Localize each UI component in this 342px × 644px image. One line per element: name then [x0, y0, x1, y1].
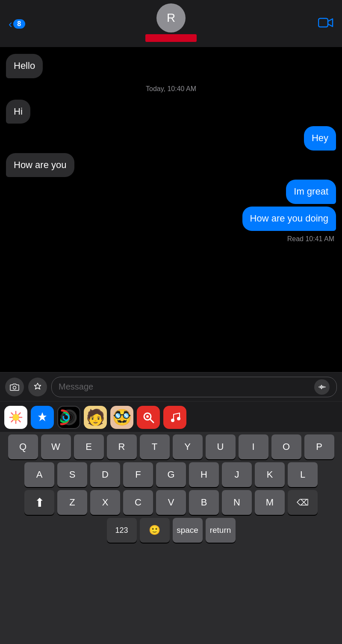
svg-rect-6: [324, 386, 324, 388]
key-f[interactable]: F: [123, 462, 153, 487]
appstore-app-icon[interactable]: [31, 406, 54, 429]
key-y[interactable]: Y: [173, 434, 203, 459]
key-emoji[interactable]: 🙂: [140, 518, 170, 543]
music-app-icon[interactable]: [163, 406, 186, 429]
keyboard-bottom-row: 123 🙂 space return: [2, 518, 340, 543]
key-k[interactable]: K: [255, 462, 285, 487]
message-placeholder: Message: [59, 382, 93, 392]
key-p[interactable]: P: [304, 434, 334, 459]
key-shift[interactable]: ⬆: [24, 490, 54, 515]
svg-rect-2: [318, 387, 319, 387]
message-text-2: Hi: [14, 106, 23, 117]
message-text-1: Hello: [14, 60, 35, 71]
input-bar: Message: [0, 372, 342, 401]
key-w[interactable]: W: [41, 434, 71, 459]
key-space[interactable]: space: [173, 518, 203, 543]
key-n[interactable]: N: [222, 490, 252, 515]
svg-rect-3: [320, 386, 321, 388]
back-badge: 8: [13, 19, 25, 29]
key-v[interactable]: V: [156, 490, 186, 515]
svg-point-1: [13, 386, 16, 389]
key-delete[interactable]: ⌫: [288, 490, 318, 515]
message-bubble-2: Hi: [6, 100, 30, 124]
message-bubble-6: How are you doing: [242, 207, 336, 231]
svg-rect-0: [318, 18, 328, 27]
key-r[interactable]: R: [107, 434, 137, 459]
messages-area: Hello Today, 10:40 AM Hi Hey How are you…: [0, 47, 342, 372]
svg-rect-4: [321, 385, 322, 389]
key-b[interactable]: B: [189, 490, 219, 515]
message-bubble-5: Im great: [286, 180, 336, 204]
message-text-5: Im great: [294, 186, 328, 197]
svg-point-8: [12, 414, 19, 421]
message-bubble-1: Hello: [6, 54, 43, 78]
key-123[interactable]: 123: [107, 518, 137, 543]
back-button[interactable]: ‹ 8: [9, 18, 25, 31]
photos-app-icon[interactable]: [4, 406, 27, 429]
keyboard-row-1: Q W E R T Y U I O P: [2, 434, 340, 459]
key-i[interactable]: I: [239, 434, 268, 459]
contact-info: R: [145, 3, 197, 42]
message-text-3: Hey: [312, 133, 328, 143]
svg-rect-7: [325, 387, 326, 387]
memoji-1-app-icon[interactable]: 🧑: [84, 406, 107, 429]
key-a[interactable]: A: [24, 462, 54, 487]
key-o[interactable]: O: [271, 434, 301, 459]
camera-button[interactable]: [5, 378, 24, 396]
svg-point-18: [171, 419, 174, 422]
memoji-2-app-icon[interactable]: 🥸: [110, 406, 133, 429]
app-icons-row: 🧑 🥸: [0, 401, 342, 432]
svg-point-17: [146, 415, 149, 418]
message-text-4: How are you: [14, 160, 67, 170]
key-j[interactable]: J: [222, 462, 252, 487]
header: ‹ 8 R: [0, 0, 342, 47]
keyboard-row-2: A S D F G H J K L: [2, 462, 340, 487]
key-l[interactable]: L: [288, 462, 318, 487]
key-q[interactable]: Q: [8, 434, 38, 459]
key-m[interactable]: M: [255, 490, 285, 515]
message-text-6: How are you doing: [250, 213, 328, 224]
key-u[interactable]: U: [206, 434, 236, 459]
key-e[interactable]: E: [74, 434, 104, 459]
key-s[interactable]: S: [57, 462, 87, 487]
key-d[interactable]: D: [90, 462, 120, 487]
audio-button[interactable]: [314, 379, 330, 395]
read-receipt: Read 10:41 AM: [6, 235, 336, 243]
message-input[interactable]: Message: [51, 377, 337, 397]
fitness-app-icon[interactable]: [57, 406, 80, 429]
key-t[interactable]: T: [140, 434, 170, 459]
key-h[interactable]: H: [189, 462, 219, 487]
avatar[interactable]: R: [156, 3, 186, 32]
message-bubble-3: Hey: [304, 126, 336, 151]
key-g[interactable]: G: [156, 462, 186, 487]
key-return[interactable]: return: [206, 518, 236, 543]
key-z[interactable]: Z: [57, 490, 87, 515]
video-call-button[interactable]: [318, 17, 333, 31]
keyboard-row-3: ⬆ Z X C V B N M ⌫: [2, 490, 340, 515]
appstore-button[interactable]: [28, 378, 47, 396]
back-chevron-icon: ‹: [9, 18, 12, 31]
web-search-app-icon[interactable]: [137, 406, 160, 429]
contact-name-bar: [145, 34, 197, 42]
svg-line-16: [150, 419, 153, 422]
svg-point-19: [177, 417, 180, 420]
message-bubble-4: How are you: [6, 153, 74, 177]
keyboard: Q W E R T Y U I O P A S D F G H J K L ⬆ …: [0, 432, 342, 644]
key-c[interactable]: C: [123, 490, 153, 515]
key-x[interactable]: X: [90, 490, 120, 515]
timestamp-1: Today, 10:40 AM: [6, 85, 336, 93]
svg-rect-5: [322, 386, 323, 388]
